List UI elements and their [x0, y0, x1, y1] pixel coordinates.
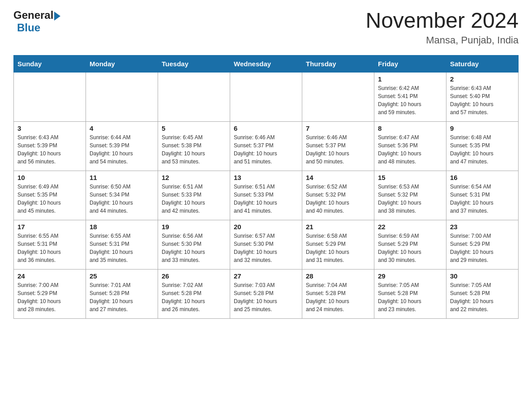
weekday-header-saturday: Saturday — [446, 55, 519, 72]
calendar-cell — [230, 72, 302, 121]
location-subtitle: Mansa, Punjab, India — [365, 34, 519, 46]
day-number: 2 — [450, 75, 515, 83]
day-info: Sunrise: 6:44 AM Sunset: 5:39 PM Dayligh… — [90, 133, 154, 166]
calendar-cell: 4Sunrise: 6:44 AM Sunset: 5:39 PM Daylig… — [86, 121, 158, 171]
day-info: Sunrise: 7:04 AM Sunset: 5:28 PM Dayligh… — [306, 281, 370, 313]
weekday-header-monday: Monday — [86, 55, 158, 72]
day-number: 6 — [234, 124, 298, 132]
day-number: 22 — [378, 223, 442, 231]
day-number: 7 — [306, 124, 370, 132]
calendar-cell: 13Sunrise: 6:51 AM Sunset: 5:33 PM Dayli… — [230, 171, 302, 220]
day-info: Sunrise: 6:52 AM Sunset: 5:32 PM Dayligh… — [306, 183, 370, 215]
logo-general-text: General — [13, 9, 53, 21]
weekday-header-sunday: Sunday — [14, 55, 86, 72]
day-number: 18 — [90, 223, 154, 231]
day-number: 20 — [234, 223, 298, 231]
weekday-header-friday: Friday — [374, 55, 446, 72]
calendar-cell: 8Sunrise: 6:47 AM Sunset: 5:36 PM Daylig… — [374, 121, 446, 171]
day-info: Sunrise: 6:51 AM Sunset: 5:33 PM Dayligh… — [162, 183, 226, 215]
calendar-cell: 10Sunrise: 6:49 AM Sunset: 5:35 PM Dayli… — [14, 171, 86, 220]
calendar-cell: 28Sunrise: 7:04 AM Sunset: 5:28 PM Dayli… — [302, 269, 374, 318]
calendar-cell: 29Sunrise: 7:05 AM Sunset: 5:28 PM Dayli… — [374, 269, 446, 318]
day-number: 13 — [234, 174, 298, 181]
day-number: 25 — [90, 272, 154, 280]
day-info: Sunrise: 6:45 AM Sunset: 5:38 PM Dayligh… — [162, 133, 226, 166]
day-number: 14 — [306, 174, 370, 181]
calendar-cell — [14, 72, 86, 121]
calendar-cell: 21Sunrise: 6:58 AM Sunset: 5:29 PM Dayli… — [302, 220, 374, 269]
calendar-cell: 16Sunrise: 6:54 AM Sunset: 5:31 PM Dayli… — [446, 171, 519, 220]
calendar-cell — [86, 72, 158, 121]
logo-top: General — [13, 9, 60, 21]
week-row-2: 3Sunrise: 6:43 AM Sunset: 5:39 PM Daylig… — [14, 121, 519, 171]
day-number: 8 — [378, 124, 442, 132]
calendar-cell: 1Sunrise: 6:42 AM Sunset: 5:41 PM Daylig… — [374, 72, 446, 121]
weekday-header-row: SundayMondayTuesdayWednesdayThursdayFrid… — [14, 55, 519, 72]
week-row-4: 17Sunrise: 6:55 AM Sunset: 5:31 PM Dayli… — [14, 220, 519, 269]
day-number: 27 — [234, 272, 298, 280]
calendar-cell: 25Sunrise: 7:01 AM Sunset: 5:28 PM Dayli… — [86, 269, 158, 318]
calendar-cell: 26Sunrise: 7:02 AM Sunset: 5:28 PM Dayli… — [158, 269, 230, 318]
day-info: Sunrise: 7:03 AM Sunset: 5:28 PM Dayligh… — [234, 281, 298, 313]
day-number: 17 — [17, 223, 82, 231]
day-number: 11 — [90, 174, 154, 181]
day-info: Sunrise: 6:43 AM Sunset: 5:40 PM Dayligh… — [450, 84, 515, 116]
calendar-cell: 12Sunrise: 6:51 AM Sunset: 5:33 PM Dayli… — [158, 171, 230, 220]
day-info: Sunrise: 6:47 AM Sunset: 5:36 PM Dayligh… — [378, 133, 442, 166]
calendar-cell: 30Sunrise: 7:05 AM Sunset: 5:28 PM Dayli… — [446, 269, 519, 318]
calendar-cell: 2Sunrise: 6:43 AM Sunset: 5:40 PM Daylig… — [446, 72, 519, 121]
logo-bottom: Blue — [13, 21, 40, 34]
day-number: 3 — [17, 124, 82, 132]
day-number: 5 — [162, 124, 226, 132]
day-number: 28 — [306, 272, 370, 280]
day-info: Sunrise: 6:51 AM Sunset: 5:33 PM Dayligh… — [234, 183, 298, 215]
day-info: Sunrise: 6:46 AM Sunset: 5:37 PM Dayligh… — [234, 133, 298, 166]
day-info: Sunrise: 6:48 AM Sunset: 5:35 PM Dayligh… — [450, 133, 515, 166]
calendar-cell: 18Sunrise: 6:55 AM Sunset: 5:31 PM Dayli… — [86, 220, 158, 269]
calendar-cell: 11Sunrise: 6:50 AM Sunset: 5:34 PM Dayli… — [86, 171, 158, 220]
calendar-cell: 20Sunrise: 6:57 AM Sunset: 5:30 PM Dayli… — [230, 220, 302, 269]
title-section: November 2024 Mansa, Punjab, India — [365, 9, 519, 46]
day-number: 29 — [378, 272, 442, 280]
day-info: Sunrise: 6:49 AM Sunset: 5:35 PM Dayligh… — [17, 183, 82, 215]
calendar-cell: 6Sunrise: 6:46 AM Sunset: 5:37 PM Daylig… — [230, 121, 302, 171]
day-number: 19 — [162, 223, 226, 231]
calendar-cell: 24Sunrise: 7:00 AM Sunset: 5:29 PM Dayli… — [14, 269, 86, 318]
logo: General Blue — [13, 9, 60, 34]
logo-blue-text: Blue — [17, 21, 40, 34]
day-number: 15 — [378, 174, 442, 181]
day-info: Sunrise: 7:00 AM Sunset: 5:29 PM Dayligh… — [17, 281, 82, 313]
day-info: Sunrise: 7:00 AM Sunset: 5:29 PM Dayligh… — [450, 232, 515, 264]
day-info: Sunrise: 6:57 AM Sunset: 5:30 PM Dayligh… — [234, 232, 298, 264]
day-number: 9 — [450, 124, 515, 132]
page-header: General Blue November 2024 Mansa, Punjab… — [13, 9, 519, 46]
day-number: 30 — [450, 272, 515, 280]
calendar-cell: 27Sunrise: 7:03 AM Sunset: 5:28 PM Dayli… — [230, 269, 302, 318]
day-info: Sunrise: 6:54 AM Sunset: 5:31 PM Dayligh… — [450, 183, 515, 215]
day-info: Sunrise: 6:58 AM Sunset: 5:29 PM Dayligh… — [306, 232, 370, 264]
day-number: 24 — [17, 272, 82, 280]
weekday-header-tuesday: Tuesday — [158, 55, 230, 72]
calendar-cell: 7Sunrise: 6:46 AM Sunset: 5:37 PM Daylig… — [302, 121, 374, 171]
day-number: 1 — [378, 75, 442, 83]
day-info: Sunrise: 6:59 AM Sunset: 5:29 PM Dayligh… — [378, 232, 442, 264]
calendar-cell: 15Sunrise: 6:53 AM Sunset: 5:32 PM Dayli… — [374, 171, 446, 220]
day-info: Sunrise: 6:50 AM Sunset: 5:34 PM Dayligh… — [90, 183, 154, 215]
day-number: 16 — [450, 174, 515, 181]
week-row-1: 1Sunrise: 6:42 AM Sunset: 5:41 PM Daylig… — [14, 72, 519, 121]
day-info: Sunrise: 6:43 AM Sunset: 5:39 PM Dayligh… — [17, 133, 82, 166]
day-info: Sunrise: 7:02 AM Sunset: 5:28 PM Dayligh… — [162, 281, 226, 313]
day-info: Sunrise: 6:42 AM Sunset: 5:41 PM Dayligh… — [378, 84, 442, 116]
calendar-cell: 22Sunrise: 6:59 AM Sunset: 5:29 PM Dayli… — [374, 220, 446, 269]
calendar-cell: 3Sunrise: 6:43 AM Sunset: 5:39 PM Daylig… — [14, 121, 86, 171]
day-info: Sunrise: 6:55 AM Sunset: 5:31 PM Dayligh… — [90, 232, 154, 264]
calendar-cell: 5Sunrise: 6:45 AM Sunset: 5:38 PM Daylig… — [158, 121, 230, 171]
day-number: 10 — [17, 174, 82, 181]
calendar-cell — [158, 72, 230, 121]
weekday-header-thursday: Thursday — [302, 55, 374, 72]
calendar-cell: 17Sunrise: 6:55 AM Sunset: 5:31 PM Dayli… — [14, 220, 86, 269]
day-number: 21 — [306, 223, 370, 231]
day-info: Sunrise: 6:53 AM Sunset: 5:32 PM Dayligh… — [378, 183, 442, 215]
day-info: Sunrise: 6:46 AM Sunset: 5:37 PM Dayligh… — [306, 133, 370, 166]
day-info: Sunrise: 7:05 AM Sunset: 5:28 PM Dayligh… — [378, 281, 442, 313]
